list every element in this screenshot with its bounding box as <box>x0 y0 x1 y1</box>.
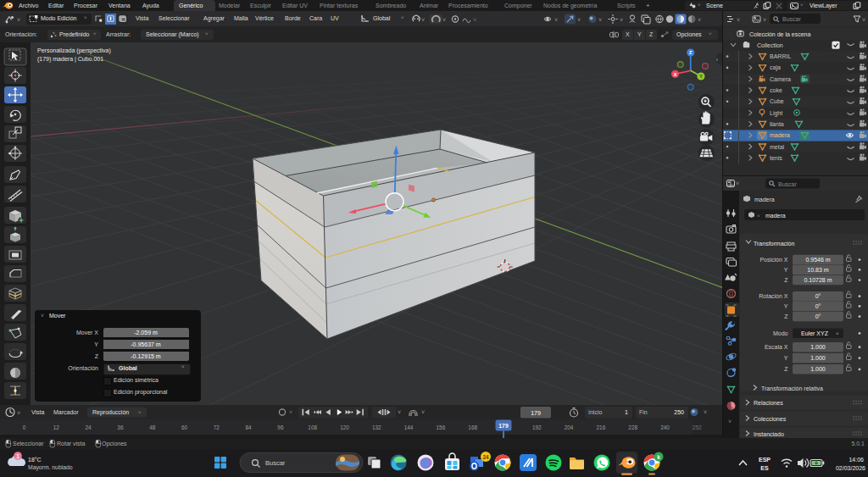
svg-text:‹: ‹ <box>716 57 718 63</box>
svg-text:Camera: Camera <box>770 76 791 82</box>
svg-text:60: 60 <box>181 424 188 430</box>
svg-text:˅: ˅ <box>698 17 701 23</box>
svg-text:Vista: Vista <box>31 409 45 415</box>
svg-text:Escala X: Escala X <box>765 344 788 350</box>
svg-text:36: 36 <box>117 424 124 430</box>
svg-text:Y: Y <box>784 267 788 273</box>
svg-text:Rotar vista: Rotar vista <box>57 441 86 446</box>
svg-text:Euler XYZ: Euler XYZ <box>801 330 829 336</box>
svg-text:˅: ˅ <box>728 419 732 424</box>
svg-text:12: 12 <box>53 424 60 430</box>
svg-text:144: 144 <box>404 424 414 430</box>
svg-text:Opciones: Opciones <box>102 441 127 447</box>
svg-text:k: k <box>657 454 660 460</box>
svg-text:llanta: llanta <box>770 121 784 127</box>
svg-text:228: 228 <box>628 424 637 430</box>
svg-text:216: 216 <box>597 424 606 430</box>
svg-text:Cube: Cube <box>770 98 784 104</box>
svg-text:(179) madera | Cubo.001: (179) madera | Cubo.001 <box>37 56 103 63</box>
svg-text:Reproducción: Reproducción <box>92 409 129 416</box>
svg-text:Colección de la escena: Colección de la escena <box>749 31 810 37</box>
svg-text:Marcador: Marcador <box>53 409 79 415</box>
svg-text:˅: ˅ <box>473 17 476 23</box>
svg-text:tenis: tenis <box>770 155 782 161</box>
svg-text:10.83 m: 10.83 m <box>807 267 828 273</box>
svg-text:Buscar: Buscar <box>265 459 286 467</box>
svg-text:˅: ˅ <box>17 17 20 23</box>
svg-text:156: 156 <box>437 424 446 430</box>
svg-text:Buscar: Buscar <box>778 181 797 187</box>
svg-text:metal: metal <box>770 144 785 150</box>
svg-text:48: 48 <box>149 424 156 430</box>
svg-text:madera: madera <box>765 213 786 219</box>
svg-text:0: 0 <box>23 424 26 430</box>
svg-text:Z: Z <box>784 313 788 319</box>
svg-text:coke: coke <box>770 87 782 93</box>
svg-text:˅: ˅ <box>17 410 20 416</box>
svg-text:Transformación: Transformación <box>754 241 794 247</box>
svg-text:Collection: Collection <box>757 42 783 48</box>
svg-text:X: X <box>673 72 676 77</box>
svg-text:1.000: 1.000 <box>810 366 826 372</box>
svg-text:72: 72 <box>214 424 220 430</box>
svg-text:0°: 0° <box>815 313 821 319</box>
svg-text:1: 1 <box>625 409 628 415</box>
svg-text:˅: ˅ <box>138 410 142 415</box>
svg-text:Transformación relativa: Transformación relativa <box>761 385 823 391</box>
svg-text:˅: ˅ <box>577 17 581 23</box>
svg-text:˅: ˅ <box>398 409 401 415</box>
svg-text:204: 204 <box>565 424 574 430</box>
svg-text:˅: ˅ <box>442 17 446 23</box>
svg-text:Instanciado: Instanciado <box>754 431 784 437</box>
svg-text:Y: Y <box>784 303 788 309</box>
svg-text:192: 192 <box>532 424 542 430</box>
svg-text:ES: ES <box>760 465 769 471</box>
svg-text:Relaciones: Relaciones <box>754 400 783 406</box>
svg-text:0°: 0° <box>815 293 821 299</box>
svg-text:Z: Z <box>784 366 788 372</box>
svg-text:˅: ˅ <box>421 409 425 415</box>
svg-text:1.000: 1.000 <box>810 355 826 361</box>
svg-text:Modo: Modo <box>773 330 788 336</box>
svg-text:0°: 0° <box>815 303 821 309</box>
svg-text:Y: Y <box>784 355 788 361</box>
svg-text:madera: madera <box>754 197 775 202</box>
svg-text:240: 240 <box>660 424 670 430</box>
svg-text:Z: Z <box>689 50 693 55</box>
svg-text:132: 132 <box>372 424 381 430</box>
svg-text:84: 84 <box>246 424 253 430</box>
svg-text:Posición X: Posición X <box>760 257 787 263</box>
svg-text:˅: ˅ <box>421 17 425 23</box>
svg-text:Y: Y <box>699 74 703 79</box>
svg-text:Z: Z <box>784 277 788 283</box>
svg-text:˅: ˅ <box>620 17 623 23</box>
svg-text:˅: ˅ <box>836 331 839 336</box>
svg-text:ESP: ESP <box>759 457 771 463</box>
svg-text:Personalizada (perspectiva): Personalizada (perspectiva) <box>37 47 111 54</box>
svg-text:Colecciones: Colecciones <box>754 416 787 422</box>
svg-text:168: 168 <box>468 424 477 430</box>
svg-text:18°C: 18°C <box>28 457 42 463</box>
svg-text:caja: caja <box>770 64 781 71</box>
svg-text:Light: Light <box>770 110 782 117</box>
svg-text:179: 179 <box>531 410 541 416</box>
svg-text:˅: ˅ <box>704 409 707 415</box>
svg-text:108: 108 <box>308 424 317 430</box>
svg-text:179: 179 <box>498 423 509 429</box>
svg-text:02/03/2026: 02/03/2026 <box>836 465 865 471</box>
svg-text:0.9546 m: 0.9546 m <box>805 257 830 263</box>
svg-text:14:06: 14:06 <box>849 457 864 463</box>
svg-text:Rotación X: Rotación X <box>759 293 788 299</box>
svg-text:˅: ˅ <box>736 180 739 186</box>
svg-text:1: 1 <box>16 453 19 459</box>
svg-text:˅: ˅ <box>757 214 760 219</box>
svg-text:madera: madera <box>770 132 790 138</box>
svg-text:Mayorm. nublado: Mayorm. nublado <box>28 464 73 471</box>
svg-text:˅: ˅ <box>598 17 602 23</box>
svg-text:1.000: 1.000 <box>810 344 826 350</box>
svg-text:Seleccionar: Seleccionar <box>13 441 44 446</box>
svg-text:250: 250 <box>674 409 684 415</box>
svg-text:120: 120 <box>340 424 349 430</box>
svg-text:˅: ˅ <box>554 17 558 23</box>
svg-text:BARRIL: BARRIL <box>770 53 791 59</box>
